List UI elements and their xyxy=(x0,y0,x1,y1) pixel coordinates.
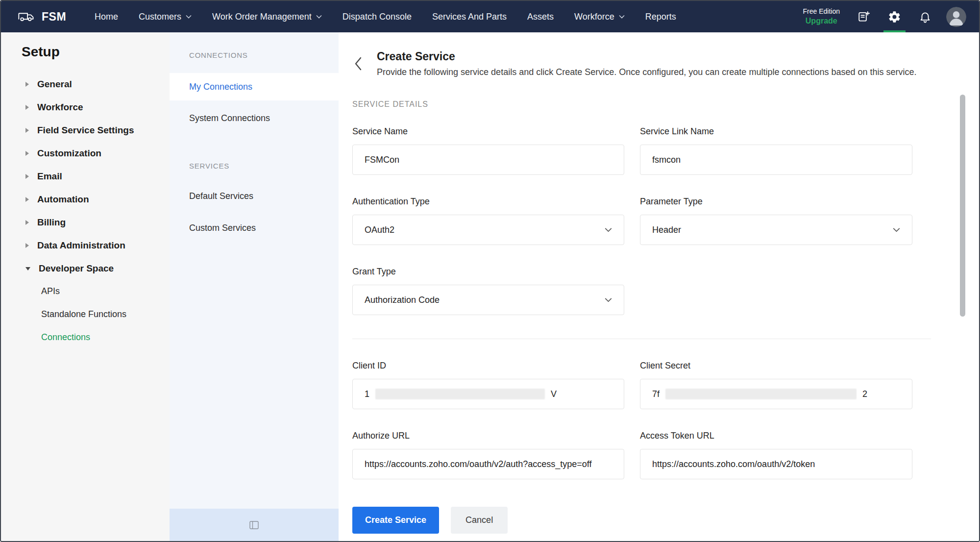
access-token-url-input[interactable] xyxy=(640,449,912,479)
sidebar-item-workforce[interactable]: Workforce xyxy=(1,96,170,119)
service-details-form: Service Name Service Link Name Authentic… xyxy=(352,126,979,315)
sidebar-item-general[interactable]: General xyxy=(1,73,170,96)
scrollbar-thumb[interactable] xyxy=(960,95,965,317)
parameter-type-select[interactable]: Header xyxy=(640,215,912,245)
fsm-logo-icon xyxy=(18,11,35,23)
client-id-label: Client ID xyxy=(352,361,624,371)
chevron-right-icon xyxy=(25,105,29,110)
header-text: Create Service Provide the following ser… xyxy=(377,50,917,77)
chevron-down-icon xyxy=(605,227,612,232)
chevron-down-icon xyxy=(605,297,612,302)
service-name-input[interactable] xyxy=(352,145,624,175)
chevron-left-icon xyxy=(354,57,362,71)
chevron-right-icon xyxy=(25,128,29,133)
client-secret-label: Client Secret xyxy=(640,361,912,371)
chevron-right-icon xyxy=(25,151,29,156)
subnav-item-my-connections[interactable]: My Connections xyxy=(170,73,339,100)
field-access-token-url: Access Token URL xyxy=(640,431,912,479)
sidebar-item-developer-space[interactable]: Developer Space xyxy=(1,257,170,280)
access-token-url-label: Access Token URL xyxy=(640,431,912,441)
settings-icon[interactable] xyxy=(885,1,904,32)
parameter-type-label: Parameter Type xyxy=(640,197,912,207)
chevron-down-icon xyxy=(25,267,30,271)
notifications-icon[interactable] xyxy=(916,1,934,32)
grant-type-select[interactable]: Authorization Code xyxy=(352,285,624,315)
nav-item-reports[interactable]: Reports xyxy=(645,12,676,22)
top-navigation: FSM Home Customers Work Order Management… xyxy=(1,1,979,32)
chevron-right-icon xyxy=(25,197,29,202)
chevron-down-icon xyxy=(186,15,192,19)
form-divider xyxy=(352,339,931,339)
credentials-form: Client ID 1 V Client Secret 7f 2 xyxy=(352,361,979,479)
setup-menu: General Workforce Field Service Settings… xyxy=(1,73,170,349)
sidebar-item-automation[interactable]: Automation xyxy=(1,188,170,211)
sidebar-item-standalone-functions[interactable]: Standalone Functions xyxy=(1,303,170,326)
edition-label: Free Edition xyxy=(803,7,840,16)
setup-title: Setup xyxy=(22,44,170,60)
field-authorize-url: Authorize URL xyxy=(352,431,624,479)
page-title: Create Service xyxy=(377,50,917,63)
field-client-id: Client ID 1 V xyxy=(352,361,624,409)
brand[interactable]: FSM xyxy=(18,10,66,24)
subnav-item-system-connections[interactable]: System Connections xyxy=(170,113,339,123)
sidebar-item-connections[interactable]: Connections xyxy=(1,326,170,349)
client-secret-input[interactable]: 7f 2 xyxy=(640,379,912,409)
subnav-item-custom-services[interactable]: Custom Services xyxy=(170,223,339,233)
grant-type-label: Grant Type xyxy=(352,267,624,277)
authentication-type-label: Authentication Type xyxy=(352,197,624,207)
cancel-button[interactable]: Cancel xyxy=(451,507,508,534)
topnav-right: Free Edition Upgrade xyxy=(803,1,966,32)
sidebar-item-apis[interactable]: APIs xyxy=(1,280,170,303)
field-service-link-name: Service Link Name xyxy=(640,126,912,175)
chevron-right-icon xyxy=(25,82,29,87)
nav-item-customers[interactable]: Customers xyxy=(139,12,192,22)
authorize-url-label: Authorize URL xyxy=(352,431,624,441)
subnav-section-header-connections: CONNECTIONS xyxy=(170,51,339,59)
sidebar-item-field-service-settings[interactable]: Field Service Settings xyxy=(1,119,170,142)
section-header: SERVICE DETAILS xyxy=(352,100,979,109)
create-service-button[interactable]: Create Service xyxy=(352,507,439,534)
empty-cell xyxy=(640,267,912,315)
nav-item-work-order-management[interactable]: Work Order Management xyxy=(212,12,322,22)
nav-item-workforce[interactable]: Workforce xyxy=(574,12,625,22)
chevron-right-icon xyxy=(25,220,29,225)
upgrade-link[interactable]: Upgrade xyxy=(803,16,840,26)
quick-create-icon[interactable] xyxy=(855,1,873,32)
nav-item-home[interactable]: Home xyxy=(95,12,118,22)
app-window: FSM Home Customers Work Order Management… xyxy=(0,0,980,542)
page-header: Create Service Provide the following ser… xyxy=(352,50,979,77)
authorize-url-input[interactable] xyxy=(352,449,624,479)
collapse-panel-icon[interactable] xyxy=(249,521,259,529)
field-service-name: Service Name xyxy=(352,126,624,175)
sidebar-item-customization[interactable]: Customization xyxy=(1,142,170,165)
nav-item-services-and-parts[interactable]: Services And Parts xyxy=(432,12,507,22)
service-link-name-label: Service Link Name xyxy=(640,126,912,137)
edition-block: Free Edition Upgrade xyxy=(803,7,840,26)
subnav-footer xyxy=(170,509,339,541)
nav-item-assets[interactable]: Assets xyxy=(527,12,554,22)
back-button[interactable] xyxy=(352,55,364,73)
field-authentication-type: Authentication Type OAuth2 xyxy=(352,197,624,245)
client-id-input[interactable]: 1 V xyxy=(352,379,624,409)
nav-item-dispatch-console[interactable]: Dispatch Console xyxy=(343,12,412,22)
sidebar-item-email[interactable]: Email xyxy=(1,165,170,188)
brand-label: FSM xyxy=(42,10,66,24)
chevron-right-icon xyxy=(25,174,29,179)
field-grant-type: Grant Type Authorization Code xyxy=(352,267,624,315)
redacted-value xyxy=(665,389,857,399)
chevron-down-icon xyxy=(619,15,625,19)
subnav-item-default-services[interactable]: Default Services xyxy=(170,191,339,201)
redacted-value xyxy=(375,389,545,399)
main-content: Create Service Provide the following ser… xyxy=(339,32,979,541)
sidebar-item-data-administration[interactable]: Data Administration xyxy=(1,234,170,257)
subnav-section-header-services: SERVICES xyxy=(170,162,339,170)
form-actions: Create Service Cancel xyxy=(352,507,979,534)
service-link-name-input[interactable] xyxy=(640,145,912,175)
field-client-secret: Client Secret 7f 2 xyxy=(640,361,912,409)
sidebar-item-billing[interactable]: Billing xyxy=(1,211,170,234)
chevron-right-icon xyxy=(25,243,29,248)
avatar[interactable] xyxy=(946,7,966,27)
field-parameter-type: Parameter Type Header xyxy=(640,197,912,245)
authentication-type-select[interactable]: OAuth2 xyxy=(352,215,624,245)
chevron-down-icon xyxy=(316,15,322,19)
